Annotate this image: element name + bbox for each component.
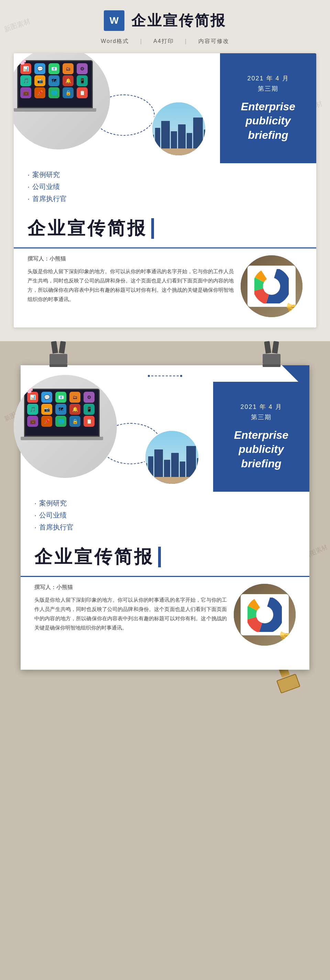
app-icon-12: 📌	[34, 87, 45, 98]
clip-base-right	[263, 364, 281, 367]
poster-text-area: 撰写人：小熊猫 头版是你给人留下深刻印象的地方。你可以从你的时事通讯的名字开始，…	[27, 255, 234, 317]
poster-text-area-2: 撰写人：小熊猫 头版是你给人留下深刻印象的地方。你可以从你的时事通讯的名字开始，…	[34, 584, 227, 646]
bullet-dot-1: ·	[27, 170, 30, 179]
app-icons-grid-2: 📊 💬 📧 🗂 ⚙ 🎵 📷 🗺 🔔 📱	[25, 390, 99, 429]
header-title: 企业宣传简报	[131, 11, 226, 30]
poster-card: 📊 💬 📧 🗂 ⚙ 🎵 📷 🗺 🔔 📱	[14, 53, 316, 328]
subtitle-edit: 内容可修改	[198, 38, 229, 44]
laptop-base	[14, 108, 96, 112]
bullet-3: · 首席执行官	[27, 194, 303, 204]
clip-body-right	[263, 354, 281, 364]
tablet-circle-2: 🤝	[234, 584, 296, 646]
corner-deco-2	[282, 365, 309, 393]
poster-bullets-2: · 案例研究 · 公司业绩 · 首席执行官	[21, 492, 309, 541]
bullet-2: · 公司业绩	[27, 182, 303, 191]
bullet2-2: · 公司业绩	[34, 511, 296, 520]
dot-deco-2	[180, 375, 182, 377]
pie-chart-2	[247, 598, 282, 632]
bullet-dot-2: ·	[27, 183, 30, 191]
main-title: 企业宣传简报	[27, 216, 147, 240]
app-icon-14: 🔒	[62, 87, 73, 98]
tablet-circle: 🤝	[241, 255, 303, 317]
sep1: ｜	[138, 38, 144, 44]
bullet-dot2-2: ·	[34, 511, 37, 520]
city-circle-2	[144, 430, 199, 485]
app-icon-2-6: 🎵	[27, 404, 38, 415]
ground	[152, 148, 205, 155]
poster-bullets: · 案例研究 · 公司业绩 · 首席执行官	[14, 163, 316, 213]
ground-2	[145, 477, 198, 484]
author-line: 撰写人：小熊猫	[27, 255, 234, 262]
header-subtitle: Word格式 ｜ A4打印 ｜ 内容可修改	[14, 38, 316, 45]
city-inner-2	[145, 431, 198, 484]
poster-date: 2021 年 4 月	[247, 74, 289, 83]
app-icon-3: 📧	[48, 63, 59, 74]
poster-issue: 第三期	[258, 84, 279, 93]
pie-chart	[254, 269, 289, 304]
body-text: 头版是你给人留下深刻印象的地方。你可以从你的时事通讯的名字开始，它与你的工作人员…	[27, 267, 234, 304]
clip-arm-left-l	[51, 341, 58, 353]
bullet-text-3: 首席执行官	[32, 194, 67, 204]
title-bar	[151, 218, 154, 239]
bullet-text-1: 案例研究	[32, 170, 60, 179]
poster-top-left-2: 📊 💬 📧 🗂 ⚙ 🎵 📷 🗺 🔔 📱	[21, 382, 213, 492]
clip-arm-left-r	[59, 341, 66, 353]
header-bar: W 企业宣传简报	[14, 10, 316, 31]
poster-top: 📊 💬 📧 🗂 ⚙ 🎵 📷 🗺 🔔 📱	[14, 53, 316, 163]
app-icon-2-14: 🔒	[69, 416, 80, 427]
poster-en-title: Enterprisepublicitybriefing	[241, 100, 295, 143]
city-circle	[151, 101, 206, 156]
body-text-2: 头版是你给人留下深刻印象的地方。你可以从你的时事通讯的名字开始，它与你的工作人员…	[34, 595, 227, 632]
app-icon-13: 🌐	[48, 87, 59, 98]
word-icon: W	[104, 10, 124, 31]
app-icon-2: 💬	[34, 63, 45, 74]
app-icon-10: 📱	[77, 75, 88, 86]
bullet-text-2: 公司业绩	[32, 182, 60, 191]
laptop-circle: 📊 💬 📧 🗂 ⚙ 🎵 📷 🗺 🔔 📱	[14, 53, 110, 150]
flower-2: 🌸	[16, 377, 35, 396]
main-title-section-2: 企业宣传简报	[21, 541, 309, 577]
top-section: 新图素材 新图素材 W 企业宣传简报 Word格式 ｜ A4打印 ｜ 内容可修改	[0, 0, 330, 341]
app-icon-7: 📷	[34, 75, 45, 86]
hand-icon: 🤝	[284, 300, 303, 317]
clips-row	[14, 341, 316, 369]
app-icons-grid: 📊 💬 📧 🗂 ⚙ 🎵 📷 🗺 🔔 📱	[18, 61, 92, 100]
subtitle-print: A4打印	[153, 38, 174, 44]
poster-content-2: 撰写人：小熊猫 头版是你给人留下深刻印象的地方。你可以从你的时事通讯的名字开始，…	[21, 584, 309, 656]
bullet-dot-3: ·	[27, 194, 30, 204]
app-icon-2-12: 📌	[41, 416, 52, 427]
app-icon-9: 🔔	[62, 75, 73, 86]
sep2: ｜	[183, 38, 189, 44]
app-icon-2-8: 🗺	[55, 404, 66, 415]
clip-arm-right-l	[264, 341, 271, 353]
clip-arm-right-r	[272, 341, 279, 353]
poster-content: 撰写人：小熊猫 头版是你给人留下深刻印象的地方。你可以从你的时事通讯的名字开始，…	[14, 255, 316, 328]
app-icon-2-3: 📧	[55, 392, 66, 403]
poster-en-title-2: Enterprisepublicitybriefing	[234, 428, 289, 471]
app-icon-2-4: 🗂	[69, 392, 80, 403]
stamp-body	[276, 673, 300, 694]
svg-point-4	[258, 609, 271, 621]
bullet2-1: · 案例研究	[34, 499, 296, 508]
main-title-section: 企业宣传简报	[14, 213, 316, 248]
app-icon-15: 📋	[77, 87, 88, 98]
app-icon-2-7: 📷	[41, 404, 52, 415]
clip-body-left	[49, 354, 67, 364]
app-icon-2-9: 🔔	[69, 404, 80, 415]
app-icon-4: 🗂	[62, 63, 73, 74]
author-line-2: 撰写人：小熊猫	[34, 584, 227, 591]
laptop-screen: 📊 💬 📧 🗂 ⚙ 🎵 📷 🗺 🔔 📱	[17, 60, 93, 108]
binder-clip-right	[261, 341, 282, 369]
binder-clip-left	[48, 341, 69, 369]
app-icon-2-13: 🌐	[55, 416, 66, 427]
app-icon-11: 💼	[20, 87, 31, 98]
hand-icon-2: 🤝	[277, 628, 296, 646]
poster-date-2: 2021 年 4 月	[240, 403, 282, 411]
laptop-circle-2: 📊 💬 📧 🗂 ⚙ 🎵 📷 🗺 🔔 📱	[14, 375, 117, 478]
paper-card: 📊 💬 📧 🗂 ⚙ 🎵 📷 🗺 🔔 📱	[21, 365, 309, 670]
app-icon-2-2: 💬	[41, 392, 52, 403]
bullet-dot2-3: ·	[34, 523, 37, 532]
app-icon-2-11: 💼	[27, 416, 38, 427]
app-icon-6: 🎵	[20, 75, 31, 86]
dash-line-1	[151, 375, 179, 376]
